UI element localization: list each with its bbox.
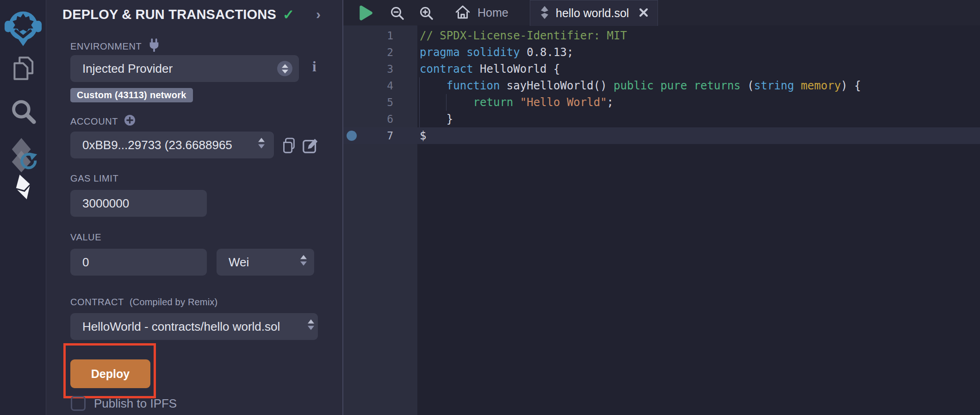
account-label: ACCOUNT	[70, 116, 118, 127]
zoom-in-icon[interactable]	[419, 6, 434, 23]
value-label: VALUE	[70, 232, 101, 243]
network-badge: Custom (43113) network	[70, 88, 193, 102]
publish-row: Publish to IPFS	[71, 396, 177, 411]
run-script-icon[interactable]	[357, 5, 374, 23]
code-token: memory	[801, 79, 841, 92]
environment-label: ENVIRONMENT	[70, 41, 142, 52]
contract-value: HelloWorld - contracts/hello world.sol	[82, 320, 280, 334]
environment-label-row: ENVIRONMENT	[70, 38, 161, 55]
compile-success-check-icon: ✓	[283, 6, 294, 23]
activity-bar	[0, 0, 46, 415]
deploy-run-icon[interactable]	[8, 172, 38, 203]
contract-label: CONTRACT	[70, 297, 124, 308]
account-value: 0xBB9...29733 (23.6688965	[82, 138, 232, 152]
account-select-caret-icon	[257, 138, 266, 153]
account-select[interactable]: 0xBB9...29733 (23.6688965	[70, 132, 274, 158]
contract-select-caret-icon	[307, 319, 315, 334]
code-token: ;	[607, 96, 614, 109]
tab-home[interactable]: Home	[454, 0, 509, 25]
contract-label-row: CONTRACT (Compiled by Remix)	[70, 297, 217, 308]
code-token	[420, 96, 473, 109]
panel-title: DEPLOY & RUN TRANSACTIONS	[62, 7, 276, 22]
deploy-panel: DEPLOY & RUN TRANSACTIONS ✓ › ENVIRONMEN…	[46, 0, 342, 415]
file-explorer-icon[interactable]	[9, 55, 37, 85]
code-line[interactable]: $	[420, 127, 980, 144]
code-line[interactable]: // SPDX-License-Identifier: MIT	[420, 27, 980, 44]
environment-select[interactable]: Injected Provider	[70, 55, 299, 82]
value-input[interactable]: 0	[70, 249, 207, 276]
code-token: contract	[420, 63, 473, 75]
code-line[interactable]: function sayHelloWorld() public pure ret…	[420, 77, 980, 94]
edit-account-icon[interactable]	[302, 137, 319, 156]
line-number[interactable]: 3	[343, 61, 393, 77]
publish-ipfs-label: Publish to IPFS	[94, 396, 177, 411]
line-number[interactable]: 2	[343, 44, 393, 61]
panel-collapse-chevron-icon[interactable]: ›	[316, 7, 321, 21]
remix-ide-window: DEPLOY & RUN TRANSACTIONS ✓ › ENVIRONMEN…	[0, 0, 980, 415]
value-amount: 0	[82, 255, 89, 270]
code-token: ) {	[841, 79, 861, 92]
value-unit-caret-icon	[299, 255, 308, 270]
code-token: (	[741, 79, 754, 92]
code-token: HelloWorld {	[473, 63, 560, 75]
environment-value: Injected Provider	[82, 62, 173, 76]
account-label-row: ACCOUNT	[70, 114, 136, 129]
tab-hello-world-sol[interactable]: hello world.sol	[530, 0, 658, 26]
solidity-compiler-icon[interactable]	[6, 137, 40, 174]
environment-select-caret-icon	[277, 61, 292, 76]
code-line[interactable]: }	[420, 111, 980, 127]
code-line[interactable]: contract HelloWorld {	[420, 61, 980, 77]
code-token	[513, 96, 520, 109]
line-number[interactable]: 5	[343, 94, 393, 111]
deploy-button[interactable]: Deploy	[70, 359, 150, 388]
copy-account-icon[interactable]	[280, 137, 298, 156]
code-token: $	[420, 129, 426, 142]
environment-info-icon[interactable]: i	[312, 59, 316, 74]
code-line[interactable]: pragma solidity 0.8.13;	[420, 44, 980, 61]
line-number[interactable]: 7	[343, 127, 393, 144]
solidity-file-icon	[540, 6, 550, 21]
file-tab-label: hello world.sol	[556, 6, 629, 20]
gutter-lines: 1234567	[343, 27, 393, 144]
value-unit-select[interactable]: Wei	[217, 249, 314, 276]
code-token: 0.8.13;	[520, 46, 574, 59]
gas-limit-label: GAS LIMIT	[70, 173, 118, 184]
add-account-icon[interactable]	[124, 114, 136, 129]
code-line[interactable]: return "Hello World";	[420, 94, 980, 111]
home-icon	[454, 4, 471, 22]
code-token: // SPDX-License-Identifier: MIT	[420, 29, 627, 42]
panel-header: DEPLOY & RUN TRANSACTIONS ✓	[62, 6, 294, 23]
editor: Home hello world.sol	[342, 0, 980, 415]
gas-limit-input[interactable]: 3000000	[70, 190, 207, 217]
close-tab-icon[interactable]	[638, 7, 649, 20]
contract-select[interactable]: HelloWorld - contracts/hello world.sol	[70, 313, 318, 340]
gas-limit-value: 3000000	[82, 196, 129, 211]
contract-sublabel: (Compiled by Remix)	[130, 297, 218, 308]
value-unit: Wei	[229, 255, 249, 270]
code-token: public pure returns	[614, 79, 741, 92]
line-number[interactable]: 1	[343, 27, 393, 44]
zoom-out-icon[interactable]	[390, 6, 405, 23]
plug-icon	[147, 38, 161, 55]
code-token: }	[420, 113, 453, 126]
editor-tabbar: Home hello world.sol	[343, 0, 980, 25]
search-icon[interactable]	[9, 97, 37, 127]
line-number[interactable]: 6	[343, 111, 393, 127]
code-token	[420, 79, 447, 92]
home-tab-label: Home	[478, 6, 509, 19]
code-token: pragma solidity	[420, 46, 520, 59]
code-lines[interactable]: // SPDX-License-Identifier: MITpragma so…	[420, 27, 980, 144]
publish-ipfs-checkbox[interactable]	[71, 396, 86, 411]
code-token: return	[473, 96, 514, 109]
code-token: sayHelloWorld()	[500, 79, 614, 92]
line-number[interactable]: 4	[343, 77, 393, 94]
code-token: "Hello World"	[520, 96, 607, 109]
code-token: function	[447, 79, 500, 92]
remix-logo-icon[interactable]	[4, 6, 42, 49]
code-token	[794, 79, 800, 92]
code-token: string	[754, 79, 794, 92]
